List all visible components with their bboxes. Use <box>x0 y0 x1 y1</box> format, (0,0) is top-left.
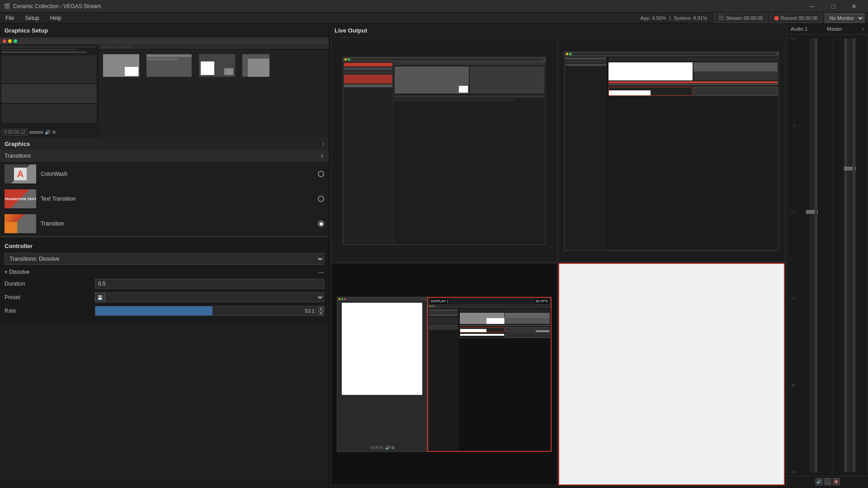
app-icon: 🎬 <box>4 3 10 9</box>
fader-track-master <box>848 38 852 472</box>
live-cell-1 <box>331 40 557 262</box>
dissolve-title: ▾ Dissolve <box>5 269 29 275</box>
duration-row: Duration <box>5 278 324 289</box>
preview-area: 0:00:00.12 🔊 ⚙ <box>0 38 329 137</box>
stream-label: Stream <box>726 15 741 21</box>
audio1-label: Audio 1 <box>791 26 807 32</box>
preset-row: Preset 💾 <box>5 292 324 303</box>
mute-icon[interactable]: 🔇 <box>833 478 840 485</box>
menu-file[interactable]: File <box>4 14 16 22</box>
volume-icon[interactable]: 🔊 <box>816 478 823 485</box>
db-tick-30m: -30 <box>787 383 796 387</box>
vegas-thumb-1 <box>343 57 546 245</box>
graphics-title: Graphics <box>5 141 30 147</box>
meter-bar-1 <box>815 38 817 472</box>
dissolve-header: ▾ Dissolve — <box>5 268 324 276</box>
vegas-thumb-2 <box>564 52 778 251</box>
cell-2-inner <box>559 40 784 262</box>
cell-1-inner <box>331 40 557 262</box>
cell-3-display: DISPLAY 1 30 FPS <box>427 297 551 452</box>
rate-bar[interactable]: 53.1 <box>95 306 317 316</box>
monitor-select[interactable]: No Monitor <box>825 13 864 23</box>
app-usage: App: 4.56% | System: 9.91% <box>641 15 708 21</box>
minimize-button[interactable]: ─ <box>802 0 823 13</box>
preview-speaker-icon[interactable]: 🔊 <box>45 130 50 135</box>
db-tick-40m: -40 <box>787 470 796 474</box>
transitions-title: Transitions <box>5 153 31 159</box>
transition-thumb-colorwash: A <box>5 164 36 183</box>
graphics-expand-icon[interactable]: › <box>322 140 324 147</box>
preview-settings-icon[interactable]: ⚙ <box>52 130 56 135</box>
rate-spinner: ▲ ▼ <box>318 306 324 316</box>
transition-item-colorwash[interactable]: A ColorWash <box>0 162 329 187</box>
live-cell-3: 00:00:00 🔊 ⚙ DISPLAY 1 30 FPS <box>331 263 557 485</box>
dissolve-minus-button[interactable]: — <box>318 268 324 276</box>
main-container: Graphics Setup <box>0 23 868 487</box>
transition-radio-transition[interactable] <box>318 221 324 227</box>
app-title: Ceramic Collection - VEGAS Stream <box>13 3 101 9</box>
rate-slider-container: 53.1 ▲ ▼ <box>95 306 324 316</box>
transition-radio-text[interactable] <box>318 196 324 202</box>
cell-4-inner <box>559 264 784 484</box>
maximize-button[interactable]: □ <box>823 0 844 13</box>
duration-input[interactable] <box>95 279 324 289</box>
live-output-title: Live Output <box>329 23 787 38</box>
title-bar: 🎬 Ceramic Collection - VEGAS Stream ─ □ … <box>0 0 868 13</box>
window-controls: ─ □ ✕ <box>802 0 864 13</box>
transitions-collapse-icon[interactable]: ∨ <box>320 153 324 159</box>
transitions-dropdown-container: Transitions: Dissolve <box>0 253 329 268</box>
cell3-speaker-icon[interactable]: 🔊 <box>385 446 390 450</box>
transition-radio-colorwash[interactable] <box>318 171 324 177</box>
transition-name-colorwash: ColorWash <box>41 171 313 177</box>
rate-value: 53.1 <box>305 308 315 314</box>
rate-row: Rate 53.1 ▲ ▼ <box>5 305 324 316</box>
headphone-icon[interactable]: 🎧 <box>824 478 831 485</box>
controller-title: Controller <box>0 241 329 253</box>
master-label: Master <box>827 26 842 32</box>
graphics-panel-header: Graphics › <box>0 137 329 150</box>
preset-select[interactable] <box>105 292 324 302</box>
audio-fader-section: +10 0 -10 -20 -30 -40 <box>787 35 868 476</box>
menu-help[interactable]: Help <box>48 14 63 22</box>
rate-down-button[interactable]: ▼ <box>318 311 324 316</box>
rate-label: Rate <box>5 308 95 314</box>
rate-bar-fill <box>95 306 212 315</box>
record-label: Record <box>781 15 797 21</box>
close-button[interactable]: ✕ <box>844 0 864 13</box>
meter-bar-master-l <box>844 38 847 472</box>
preset-icon-button[interactable]: 💾 <box>95 292 105 302</box>
cell-3-inner: 00:00:00 🔊 ⚙ DISPLAY 1 30 FPS <box>331 263 557 485</box>
channel-icons: 🔊 🎧 🔇 <box>787 476 868 487</box>
graphics-setup-title: Graphics Setup <box>0 23 329 38</box>
transition-item-text[interactable]: TRANSITION TEXT Text Transition <box>0 187 329 211</box>
preview-time: 0:00:00.12 <box>2 129 28 136</box>
menu-bar: File Setup Help App: 4.56% | System: 9.9… <box>0 13 868 23</box>
duration-label: Duration <box>5 281 95 287</box>
db-tick-10m: -10 <box>787 210 796 214</box>
dissolve-section: ▾ Dissolve — Duration Preset 💾 <box>0 268 329 316</box>
audio-expand-icon[interactable]: » <box>862 26 864 32</box>
preview-content: 0:00:00.12 🔊 ⚙ <box>0 38 329 137</box>
display1-label: DISPLAY 1 <box>430 299 450 304</box>
transition-thumb-transition <box>5 214 36 233</box>
display1-fps: 30 FPS <box>535 299 549 304</box>
transition-thumb-text: TRANSITION TEXT <box>5 189 36 208</box>
left-panel: Graphics Setup <box>0 23 329 487</box>
rate-up-button[interactable]: ▲ <box>318 306 324 311</box>
transition-name-text: Text Transition <box>41 196 313 202</box>
transitions-header[interactable]: Transitions ∨ <box>0 150 329 162</box>
transition-name-transition: Transition <box>41 221 313 227</box>
db-tick-20m: -20 <box>787 296 796 300</box>
transitions-select[interactable]: Transitions: Dissolve <box>5 253 324 265</box>
live-cell-2 <box>558 40 785 262</box>
db-tick-10: +10 <box>787 37 796 41</box>
right-area: Live Output <box>329 23 868 487</box>
cell-3-mini-ui: 00:00:00 🔊 ⚙ <box>337 297 427 452</box>
dissolve-triangle-icon[interactable]: ▾ <box>5 269 7 275</box>
stream-time: 00:00:00 <box>744 15 763 21</box>
menu-setup[interactable]: Setup <box>23 14 41 22</box>
fader-track-1 <box>810 38 814 472</box>
audio-channel-1 <box>796 35 832 476</box>
transition-item-transition[interactable]: Transition <box>0 211 329 236</box>
cell3-settings-icon[interactable]: ⚙ <box>391 446 395 450</box>
